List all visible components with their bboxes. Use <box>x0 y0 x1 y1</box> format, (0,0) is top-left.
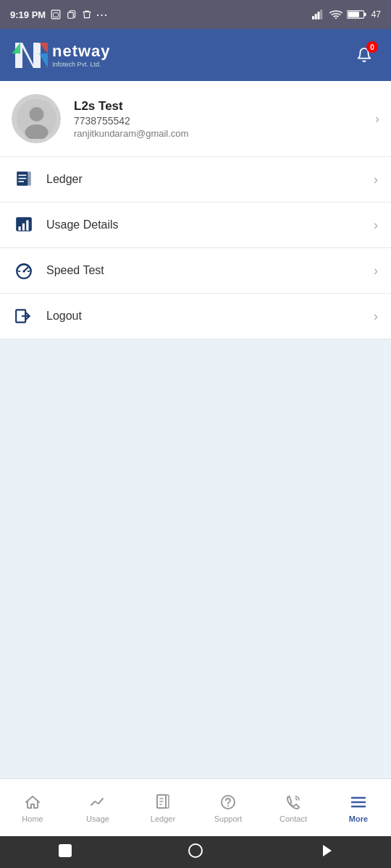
avatar <box>12 94 61 143</box>
svg-rect-19 <box>18 175 26 176</box>
app-sub: Infotech Pvt. Ltd. <box>52 61 111 68</box>
contact-nav-label: Contact <box>279 814 307 823</box>
support-nav-label: Support <box>214 814 243 823</box>
logout-arrow: › <box>374 309 378 324</box>
nav-item-ledger[interactable]: Ledger <box>130 793 196 823</box>
menu-list: Ledger › Usage Details › S <box>0 157 391 339</box>
more-nav-label: More <box>349 814 368 823</box>
svg-rect-22 <box>28 171 30 185</box>
status-bar: 9:19 PM ··· <box>0 0 391 29</box>
profile-info: L2s Test 7738755542 ranjitkundaram@gmail… <box>74 99 375 139</box>
profile-phone: 7738755542 <box>74 115 375 127</box>
ledger-label: Ledger <box>46 173 374 186</box>
svg-point-29 <box>22 270 25 272</box>
android-recents-button[interactable] <box>317 842 335 862</box>
ledger-icon <box>13 169 35 190</box>
nav-item-more[interactable]: More <box>326 793 391 823</box>
sim-icon <box>50 9 62 20</box>
wifi-icon <box>329 9 342 20</box>
bottom-nav: Home Usage Ledger <box>0 778 391 836</box>
app-name: netway <box>52 42 111 60</box>
notification-bell[interactable]: 0 <box>349 40 379 70</box>
svg-rect-44 <box>59 845 71 856</box>
logout-icon <box>13 305 35 327</box>
logout-label: Logout <box>46 310 374 323</box>
more-dots: ··· <box>96 9 109 20</box>
menu-item-ledger[interactable]: Ledger › <box>0 157 391 203</box>
contact-nav-icon <box>284 793 303 812</box>
support-nav-icon <box>219 793 237 812</box>
svg-rect-2 <box>68 12 74 18</box>
usage-nav-label: Usage <box>86 814 109 823</box>
menu-item-logout[interactable]: Logout › <box>0 294 391 339</box>
svg-rect-24 <box>18 226 20 230</box>
app-header: netway Infotech Pvt. Ltd. 0 <box>0 29 391 81</box>
svg-point-45 <box>189 844 202 857</box>
svg-rect-38 <box>166 795 169 808</box>
svg-rect-9 <box>363 13 366 16</box>
logo-icon <box>12 39 48 72</box>
svg-rect-21 <box>18 181 24 182</box>
android-back-button[interactable] <box>56 842 74 862</box>
nav-item-contact[interactable]: Contact <box>261 793 326 823</box>
svg-rect-10 <box>348 12 358 17</box>
usage-icon <box>13 214 35 236</box>
speed-arrow: › <box>374 263 378 278</box>
svg-rect-3 <box>312 16 314 20</box>
svg-rect-6 <box>320 9 322 20</box>
menu-item-speed[interactable]: Speed Test › <box>0 248 391 294</box>
android-nav <box>0 836 391 868</box>
home-nav-icon <box>23 793 42 812</box>
svg-marker-46 <box>323 845 332 856</box>
profile-section[interactable]: L2s Test 7738755542 ranjitkundaram@gmail… <box>0 81 391 157</box>
battery-icon <box>347 9 367 20</box>
svg-point-40 <box>227 805 229 807</box>
svg-rect-4 <box>314 14 316 20</box>
nav-item-home[interactable]: Home <box>0 793 65 823</box>
android-home-button[interactable] <box>187 842 204 862</box>
menu-item-usage[interactable]: Usage Details › <box>0 203 391 248</box>
battery-level: 47 <box>371 9 381 20</box>
svg-rect-5 <box>317 12 319 20</box>
svg-rect-1 <box>54 13 59 17</box>
ledger-arrow: › <box>374 172 378 187</box>
home-nav-label: Home <box>22 814 43 823</box>
main-content <box>0 339 391 778</box>
usage-nav-icon <box>88 793 107 812</box>
ledger-nav-icon <box>154 793 172 812</box>
profile-email: ranjitkundaram@gmail.com <box>74 128 375 139</box>
svg-rect-25 <box>22 224 25 231</box>
svg-rect-0 <box>51 10 60 19</box>
nav-item-usage[interactable]: Usage <box>65 793 130 823</box>
profile-arrow-icon: › <box>375 111 379 127</box>
svg-point-7 <box>335 17 337 19</box>
status-time: 9:19 PM <box>10 9 46 20</box>
usage-arrow: › <box>374 218 378 233</box>
svg-point-16 <box>29 107 43 122</box>
ledger-nav-label: Ledger <box>151 814 175 823</box>
svg-rect-20 <box>18 178 26 179</box>
logo-container: netway Infotech Pvt. Ltd. <box>12 39 111 72</box>
profile-name: L2s Test <box>74 99 375 114</box>
more-nav-icon <box>349 793 368 812</box>
delete-icon <box>82 9 92 20</box>
svg-rect-26 <box>26 221 28 231</box>
nav-item-support[interactable]: Support <box>196 793 261 823</box>
notification-badge: 0 <box>366 41 378 53</box>
copy-icon <box>66 9 77 20</box>
speed-icon <box>13 260 35 281</box>
usage-label: Usage Details <box>46 218 374 231</box>
signal-icon <box>312 9 325 20</box>
speed-label: Speed Test <box>46 264 374 277</box>
